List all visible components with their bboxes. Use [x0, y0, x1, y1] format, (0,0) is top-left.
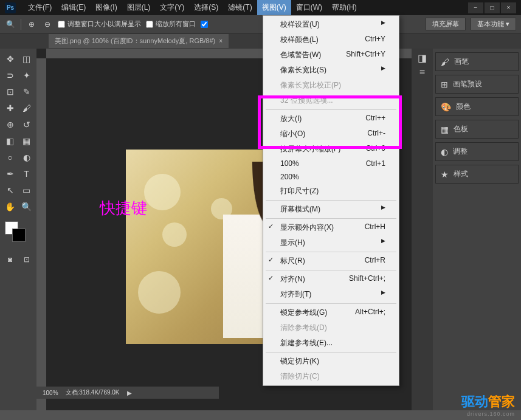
menu-lock-guides[interactable]: 锁定参考线(G)Alt+Ctrl+; — [263, 305, 399, 320]
swatches-icon: ▦ — [441, 125, 449, 134]
menu-clear-slices: 清除切片(C) — [263, 369, 399, 384]
zoom-out-icon[interactable]: ⊖ — [42, 19, 53, 30]
zoom-level[interactable]: 100% — [43, 390, 58, 396]
menu-text[interactable]: 文字(Y) — [155, 0, 189, 15]
type-tool[interactable]: T — [19, 166, 34, 181]
menu-filter[interactable]: 滤镜(T) — [223, 0, 257, 15]
pen-tool[interactable]: ✒ — [2, 166, 18, 181]
menu-zoom-out[interactable]: 缩小(O)Ctrl+- — [263, 126, 399, 142]
blur-tool[interactable]: ○ — [2, 150, 18, 165]
eyedropper-tool[interactable]: ✎ — [19, 84, 34, 99]
brush-icon: 🖌 — [441, 57, 449, 67]
menu-layer[interactable]: 图层(L) — [122, 0, 156, 15]
option-bar: 🔍 ⊕ ⊖ 调整窗口大小以满屏显示 缩放所有窗口 填充屏幕 基本功能 ▾ — [0, 15, 521, 33]
menu-help[interactable]: 帮助(H) — [327, 0, 362, 15]
zoom-in-icon[interactable]: ⊕ — [26, 19, 37, 30]
watermark: 驱动管家 drivers.160.com — [461, 393, 515, 417]
brush-panel[interactable]: 🖌 画笔 — [435, 52, 519, 71]
menu-window[interactable]: 窗口(W) — [291, 0, 327, 15]
dodge-tool[interactable]: ◐ — [19, 150, 34, 165]
menu-view[interactable]: 视图(V) — [257, 0, 291, 15]
annotation-label: 快捷键 — [100, 198, 147, 219]
maximize-button[interactable]: □ — [485, 2, 500, 13]
menu-32bit-preview: 32 位预览选项... — [263, 93, 399, 108]
eraser-tool[interactable]: ◧ — [2, 133, 18, 148]
document-tab[interactable]: 美图.png @ 100% (百度ID：sunnyMelody夏, RGB/8#… — [49, 34, 229, 48]
menu-show[interactable]: 显示(H)▶ — [263, 235, 399, 250]
hand-tool[interactable]: ✋ — [2, 199, 18, 214]
menu-screen-mode[interactable]: 屏幕模式(M)▶ — [263, 202, 399, 217]
fill-screen-button[interactable]: 填充屏幕 — [426, 18, 466, 30]
window-controls: − □ × — [468, 2, 516, 13]
info-arrow-icon[interactable]: ▶ — [127, 390, 132, 396]
view-dropdown-menu: 校样设置(U)▶ 校样颜色(L)Ctrl+Y 色域警告(W)Shift+Ctrl… — [263, 15, 399, 386]
screen-mode-toggle[interactable]: ⊡ — [19, 252, 34, 267]
menu-fit-screen[interactable]: 按屏幕大小缩放(F)Ctrl+0 — [263, 142, 399, 157]
doc-info: 文档:318.4K/769.0K — [66, 388, 120, 397]
titlebar: Ps 文件(F) 编辑(E) 图像(I) 图层(L) 文字(Y) 选择(S) 滤… — [0, 0, 521, 15]
shape-tool[interactable]: ▭ — [19, 182, 34, 198]
panel-icon-2[interactable]: ≡ — [417, 67, 428, 78]
lasso-tool[interactable]: ⊃ — [2, 67, 18, 83]
wand-tool[interactable]: ✦ — [19, 67, 34, 83]
menu-pixel-correction: 像素长宽比校正(P) — [263, 78, 399, 93]
menu-pixel-aspect[interactable]: 像素长宽比(S)▶ — [263, 63, 399, 78]
quick-mask-toggle[interactable]: ◙ — [2, 252, 18, 267]
move-tool[interactable]: ✥ — [2, 51, 18, 66]
zoom-tool[interactable]: 🔍 — [19, 199, 34, 214]
menu-zoom-in[interactable]: 放大(I)Ctrl++ — [263, 111, 399, 126]
menu-snap[interactable]: ✓对齐(N)Shift+Ctrl+; — [263, 272, 399, 287]
status-bar: 100% 文档:318.4K/769.0K ▶ — [36, 387, 219, 399]
toolbox: ✥ ◫ ⊃ ✦ ⊡ ✎ ✚ 🖌 ⊕ ↺ ◧ ▦ ○ ◐ ✒ T ↖ ▭ ✋ 🔍 … — [0, 49, 36, 410]
menu-image[interactable]: 图像(I) — [91, 0, 122, 15]
tab-close-icon[interactable]: × — [219, 38, 223, 44]
menu-clear-guides: 清除参考线(D) — [263, 320, 399, 336]
brush-presets-panel[interactable]: ⊞ 画笔预设 — [435, 75, 519, 94]
gradient-tool[interactable]: ▦ — [19, 133, 34, 148]
collapsed-panel-icons: ◨ ≡ — [412, 49, 433, 410]
menu-new-guide[interactable]: 新建参考线(E)... — [263, 336, 399, 351]
color-swatches[interactable] — [2, 221, 33, 246]
styles-icon: ★ — [441, 170, 449, 179]
panel-icon-1[interactable]: ◨ — [417, 52, 428, 63]
menu-200percent[interactable]: 200% — [263, 170, 399, 184]
minimize-button[interactable]: − — [468, 2, 483, 13]
workspace-dropdown[interactable]: 基本功能 ▾ — [471, 18, 516, 30]
resize-window-option[interactable]: 调整窗口大小以满屏显示 — [58, 19, 141, 29]
right-panels: 🖌 画笔 ⊞ 画笔预设 🎨 颜色 ▦ 色板 ◐ 调整 ★ 样式 — [433, 49, 521, 410]
stamp-tool[interactable]: ⊕ — [2, 117, 18, 132]
menu-rulers[interactable]: ✓标尺(R)Ctrl+R — [263, 253, 399, 269]
history-brush-tool[interactable]: ↺ — [19, 117, 34, 132]
scrubby-zoom-option[interactable] — [201, 21, 208, 28]
ps-logo: Ps — [5, 2, 16, 13]
menu-select[interactable]: 选择(S) — [189, 0, 223, 15]
crop-tool[interactable]: ⊡ — [2, 84, 18, 99]
brush-presets-icon: ⊞ — [441, 80, 448, 89]
menu-lock-slices[interactable]: 锁定切片(K) — [263, 354, 399, 369]
adjustments-icon: ◐ — [441, 147, 448, 157]
menu-proof-setup[interactable]: 校样设置(U)▶ — [263, 17, 399, 32]
document-tab-bar: 美图.png @ 100% (百度ID：sunnyMelody夏, RGB/8#… — [0, 33, 521, 49]
color-panel[interactable]: 🎨 颜色 — [435, 97, 519, 116]
zoom-tool-icon[interactable]: 🔍 — [5, 19, 16, 30]
styles-panel[interactable]: ★ 样式 — [435, 165, 519, 184]
menu-proof-colors[interactable]: 校样颜色(L)Ctrl+Y — [263, 32, 399, 47]
menu-gamut-warning[interactable]: 色域警告(W)Shift+Ctrl+Y — [263, 47, 399, 63]
swatches-panel[interactable]: ▦ 色板 — [435, 120, 519, 139]
selection-tool[interactable]: ◫ — [19, 51, 34, 66]
menu-edit[interactable]: 编辑(E) — [57, 0, 91, 15]
menu-print-size[interactable]: 打印尺寸(Z) — [263, 184, 399, 199]
background-color[interactable] — [12, 229, 26, 242]
menu-snap-to[interactable]: 对齐到(T)▶ — [263, 287, 399, 302]
menu-extras[interactable]: ✓显示额外内容(X)Ctrl+H — [263, 220, 399, 235]
vertical-ruler — [36, 58, 46, 410]
brush-tool[interactable]: 🖌 — [19, 100, 34, 115]
close-button[interactable]: × — [501, 2, 516, 13]
path-tool[interactable]: ↖ — [2, 182, 18, 198]
zoom-all-option[interactable]: 缩放所有窗口 — [146, 19, 196, 29]
heal-tool[interactable]: ✚ — [2, 100, 18, 115]
adjustments-panel[interactable]: ◐ 调整 — [435, 142, 519, 161]
menu-100percent[interactable]: 100%Ctrl+1 — [263, 157, 399, 170]
menu-file[interactable]: 文件(F) — [23, 0, 57, 15]
palette-icon: 🎨 — [441, 102, 451, 112]
